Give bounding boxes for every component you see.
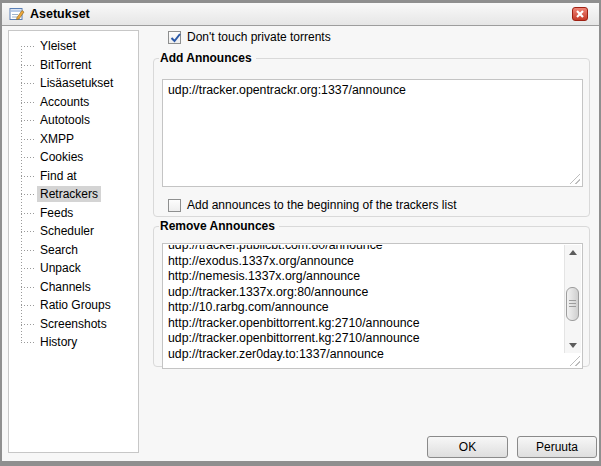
add-announces-textarea[interactable]: udp://tracker.opentrackr.org:1337/announ… [162, 79, 583, 187]
add-announces-group: Add Announces udp://tracker.opentrackr.o… [153, 51, 590, 217]
private-torrents-checkbox[interactable] [168, 31, 181, 44]
sidebar-item[interactable]: Feeds [9, 204, 138, 223]
cancel-button[interactable]: Peruuta [517, 436, 597, 458]
tracker-url-line: http://exodus.1337x.org/announce [168, 254, 564, 270]
vertical-scrollbar[interactable] [564, 245, 581, 353]
sidebar-item-label: Feeds [37, 205, 76, 221]
private-torrents-checkbox-row[interactable]: Don't touch private torrents [168, 30, 331, 44]
sidebar-item-label: History [37, 334, 80, 350]
close-icon [573, 8, 587, 20]
sidebar-item[interactable]: Channels [9, 278, 138, 297]
sidebar-item-label: Autotools [37, 112, 93, 128]
sidebar-item-label: Scheduler [37, 223, 97, 239]
sidebar-item[interactable]: Lisäasetukset [9, 74, 138, 93]
sidebar-item[interactable]: Find at [9, 167, 138, 186]
sidebar-item[interactable]: Accounts [9, 93, 138, 112]
sidebar-item[interactable]: Retrackers [9, 185, 138, 204]
resize-grip-icon[interactable] [569, 355, 580, 366]
sidebar-item-label: Screenshots [37, 316, 110, 332]
sidebar-item-label: Lisäasetukset [37, 75, 116, 91]
sidebar-item[interactable]: Yleiset [9, 37, 138, 56]
tracker-url-line: http://nemesis.1337x.org/announce [168, 269, 564, 285]
tracker-url-line: http://tracker.openbittorrent.kg:2710/an… [168, 316, 564, 332]
beginning-checkbox-label: Add announces to the beginning of the tr… [187, 198, 457, 212]
tracker-url-line: udp://tracker.publicbt.com:80/announce [168, 245, 564, 254]
sidebar-item-label: BitTorrent [37, 57, 94, 73]
tracker-url-line: udp://tracker.zer0day.to:1337/announce [168, 347, 564, 363]
titlebar[interactable]: Asetukset [2, 3, 599, 26]
sidebar-item-label: Cookies [37, 149, 86, 165]
sidebar-item[interactable]: Cookies [9, 148, 138, 167]
private-torrents-checkbox-label: Don't touch private torrents [187, 30, 331, 44]
remove-announces-title: Remove Announces [159, 219, 279, 233]
remove-announces-group: Remove Announces udp://tracker.publicbt.… [153, 219, 590, 367]
scrollbar-thumb[interactable] [566, 287, 579, 321]
beginning-checkbox[interactable] [168, 199, 181, 212]
sidebar-item[interactable]: Scheduler [9, 222, 138, 241]
add-announces-value: udp://tracker.opentrackr.org:1337/announ… [163, 80, 582, 100]
sidebar-item-label: Find at [37, 168, 80, 184]
sidebar-item[interactable]: BitTorrent [9, 56, 138, 75]
scroll-down-icon[interactable] [569, 343, 577, 348]
close-button[interactable] [572, 7, 588, 21]
sidebar-item-label: XMPP [37, 131, 77, 147]
settings-dialog: Asetukset Yleiset BitTorrent Lisäasetuks… [0, 0, 601, 466]
remove-announces-viewport: udp://tracker.publicbt.com:80/announce h… [164, 245, 564, 367]
checkmark-icon [168, 30, 183, 45]
scroll-up-icon[interactable] [569, 250, 577, 255]
tracker-url-line: udp://tracker.openbittorrent.kg:2710/ann… [168, 331, 564, 347]
sidebar-item[interactable]: Ratio Groups [9, 296, 138, 315]
sidebar-item-label: Yleiset [37, 38, 79, 54]
beginning-checkbox-row[interactable]: Add announces to the beginning of the tr… [168, 198, 457, 212]
ok-button[interactable]: OK [427, 436, 508, 458]
sidebar-item[interactable]: Autotools [9, 111, 138, 130]
sidebar-item[interactable]: History [9, 333, 138, 352]
resize-grip-icon[interactable] [569, 173, 580, 184]
sidebar-item[interactable]: Screenshots [9, 315, 138, 334]
remove-announces-textarea[interactable]: udp://tracker.publicbt.com:80/announce h… [162, 243, 583, 369]
settings-category-list: Yleiset BitTorrent Lisäasetukset Account… [8, 30, 139, 453]
window-title: Asetukset [30, 7, 90, 21]
tracker-url-line: http://10.rarbg.com/announce [168, 300, 564, 316]
sidebar-item[interactable]: Unpack [9, 259, 138, 278]
sidebar-item[interactable]: Search [9, 241, 138, 260]
sidebar-item-label: Accounts [37, 94, 92, 110]
tracker-url-line: udp://tracker.1337x.org:80/announce [168, 285, 564, 301]
sidebar-item-label: Search [37, 242, 81, 258]
sidebar-item-label: Retrackers [37, 186, 101, 202]
sidebar-item-label: Channels [37, 279, 94, 295]
sidebar-item[interactable]: XMPP [9, 130, 138, 149]
sidebar-item-label: Ratio Groups [37, 297, 114, 313]
add-announces-title: Add Announces [159, 51, 256, 65]
settings-form-icon [9, 6, 25, 22]
sidebar-item-label: Unpack [37, 260, 84, 276]
